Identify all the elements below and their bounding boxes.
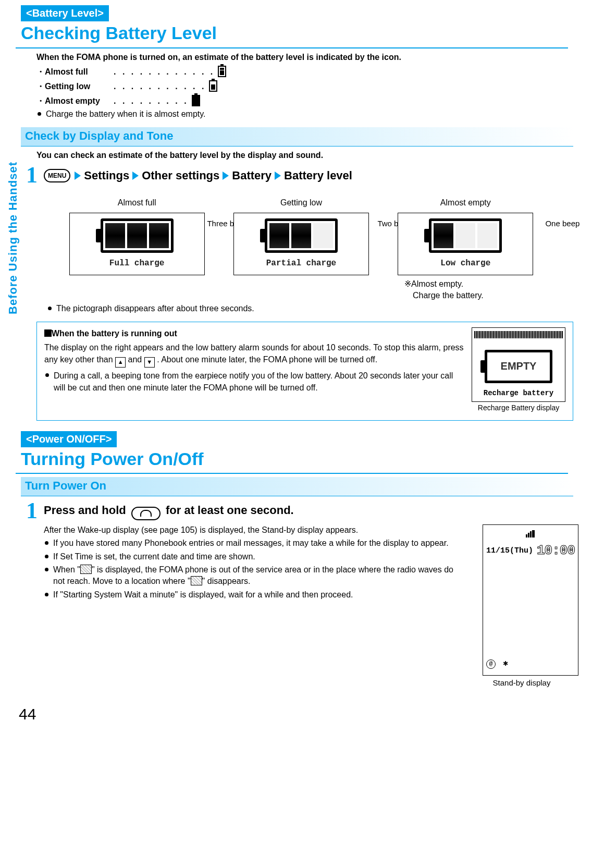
nav-battery-level: Battery level [284, 168, 352, 184]
bullet-nosignal: When "" is displayed, the FOMA phone is … [44, 564, 462, 586]
no-signal-icon [80, 565, 92, 574]
antenna-icon [526, 528, 535, 538]
no-signal-icon [191, 576, 202, 585]
screen-partial: Two beeps Partial charge [233, 213, 369, 275]
col-label-low: Getting low [280, 197, 322, 209]
note-almost-empty: ※Almost empty. [404, 278, 540, 290]
power-key-icon [131, 507, 161, 520]
cap-full-charge: Full charge [109, 258, 165, 270]
arrow-icon [223, 172, 229, 180]
black-square-icon [44, 329, 52, 337]
battery-graphic-partial [265, 218, 338, 253]
dots: . . . . . . . . . . . [114, 81, 206, 92]
label-almost-empty: ・Almost empty [36, 95, 114, 107]
recharge-sub: Recharge Battery display [472, 403, 565, 413]
box-p2: During a call, a beeping tone from the e… [44, 370, 466, 394]
charge-note: Charge the battery when it is almost emp… [36, 108, 573, 120]
recharge-caption: Recharge battery [484, 388, 553, 398]
box-p1c: . About one minute later, the FOMA phone… [157, 355, 377, 364]
step-1-nav: 1 MENU Settings Other settings Battery B… [26, 164, 571, 187]
row-almost-full: ・Almost full . . . . . . . . . . . . [36, 66, 573, 77]
section-power-onoff: <Power ON/OFF> Turning Power On/Off Turn… [16, 431, 571, 688]
row-getting-low: ・Getting low . . . . . . . . . . . [36, 80, 573, 92]
status-bar-icon [474, 331, 563, 338]
cap-low-charge: Low charge [440, 258, 490, 270]
screen-time: 10:00 [537, 542, 575, 560]
disappear-note: The pictograph disappears after about th… [47, 303, 571, 314]
col-low: Almost empty One beep Low charge [391, 197, 540, 275]
tag-power-onoff: <Power ON/OFF> [21, 431, 117, 447]
dots: . . . . . . . . . . . . [114, 66, 215, 78]
section-battery-level: <Battery Level> Checking Battery Level W… [16, 5, 571, 421]
dots: . . . . . . . . . [114, 95, 189, 107]
page-number: 44 [19, 704, 571, 725]
down-key-icon: ▼ [144, 357, 155, 368]
standby-caption: Stand-by display [472, 678, 571, 688]
arrow-icon [275, 172, 281, 180]
up-key-icon: ▲ [115, 357, 126, 368]
step-text-b: for at least one second. [166, 504, 294, 517]
cap-partial-charge: Partial charge [266, 258, 336, 270]
box-head: When the battery is running out [52, 329, 177, 338]
recharge-display: EMPTY Recharge battery [472, 327, 565, 402]
subhead-check-display: Check by Display and Tone [21, 127, 573, 146]
nav-other-settings: Other settings [142, 168, 219, 184]
nav-settings: Settings [84, 168, 129, 184]
step-number-1: 1 [26, 164, 41, 187]
alpha-icon: @ [486, 659, 496, 669]
empty-battery-icon: EMPTY [485, 350, 552, 383]
note-charge-battery: Charge the battery. [404, 290, 540, 301]
side-tab-label: Before Using the Handset [5, 162, 21, 314]
title-checking-battery: Checking Battery Level [16, 21, 568, 48]
arrow-icon [132, 172, 139, 180]
standby-display: 11/15(Thu) 10:00 @ ✱ [483, 524, 578, 676]
bullet-phonebook: If you have stored many Phonebook entrie… [44, 537, 462, 549]
below-note: ※Almost empty. Charge the battery. [16, 278, 540, 301]
battery-full-icon [218, 66, 226, 77]
intro-text: When the FOMA phone is turned on, an est… [36, 52, 573, 63]
bluetooth-icon: ✱ [501, 659, 510, 669]
col-partial: Getting low Two beeps Partial charge [227, 197, 375, 275]
col-label-full: Almost full [118, 197, 156, 209]
sub-intro: You can check an estimate of the battery… [36, 150, 573, 161]
label-getting-low: ・Getting low [36, 81, 114, 92]
step-text-a: Press and hold [44, 504, 129, 517]
step-number-1b: 1 [26, 499, 41, 522]
battery-low-icon [209, 80, 217, 92]
subhead-turn-power-on: Turn Power On [21, 477, 573, 496]
bullet-settime: If Set Time is set, the current date and… [44, 551, 462, 563]
screen-full: Three beeps Full charge [69, 213, 205, 275]
running-out-box: When the battery is running out The disp… [36, 322, 573, 421]
beep-one: One beep [545, 218, 579, 229]
row-almost-empty: ・Almost empty . . . . . . . . . [36, 95, 573, 106]
col-label-empty: Almost empty [440, 197, 491, 209]
after-wakeup-text: After the Wake-up display (see page 105)… [44, 524, 462, 536]
nav-battery: Battery [232, 168, 272, 184]
bullet-starting-system: If "Starting System Wait a minute" is di… [44, 589, 462, 601]
tag-battery-level: <Battery Level> [21, 5, 109, 21]
box-p1b: and [128, 355, 144, 364]
arrow-icon [75, 172, 81, 180]
screen-low: One beep Low charge [398, 213, 533, 275]
battery-graphic-full [101, 218, 174, 253]
battery-empty-icon [192, 95, 200, 106]
label-almost-full: ・Almost full [36, 66, 114, 78]
col-full: Almost full Three beeps Full charge [63, 197, 211, 275]
bottom-icons: @ ✱ [486, 659, 575, 669]
step-1-power: 1 Press and hold for at least one second… [26, 499, 571, 688]
battery-screens-row: Almost full Three beeps Full charge Gett… [63, 197, 540, 275]
title-turning-power: Turning Power On/Off [16, 447, 568, 474]
screen-date: 11/15(Thu) [486, 546, 533, 556]
menu-key-icon: MENU [44, 169, 70, 182]
battery-graphic-low [429, 218, 502, 253]
